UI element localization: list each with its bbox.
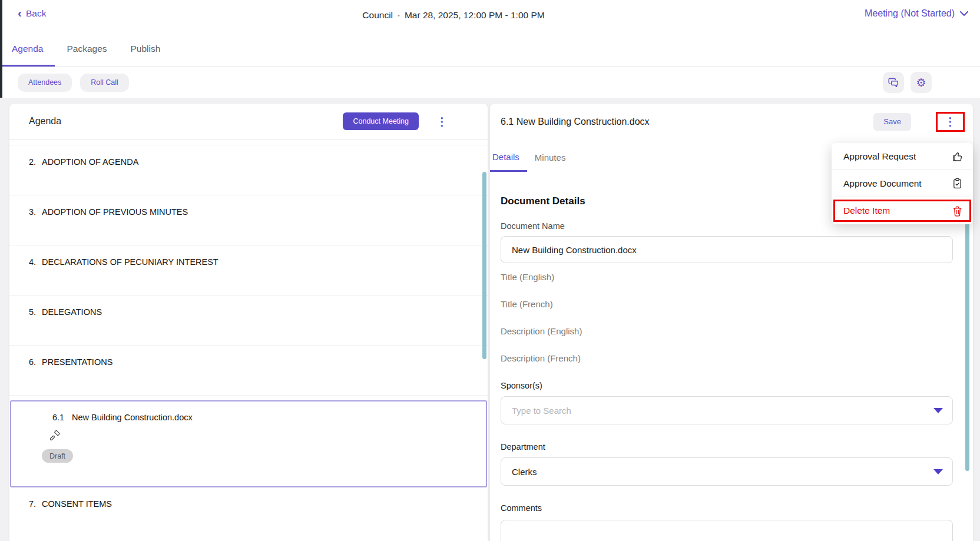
gavel-icon bbox=[49, 430, 61, 442]
tab-packages[interactable]: Packages bbox=[55, 31, 118, 67]
sponsors-label: Sponsor(s) bbox=[501, 381, 953, 390]
item-actions-menu: Approval Request Approve Document bbox=[832, 143, 973, 224]
meeting-status-dropdown[interactable]: Meeting (Not Started) bbox=[865, 8, 968, 19]
agenda-item-number: 7. bbox=[29, 499, 42, 509]
toolbar-icons: ⚙ bbox=[883, 72, 932, 93]
agenda-item-number: 6. bbox=[29, 357, 42, 395]
menu-item-approve-document[interactable]: Approve Document bbox=[832, 170, 973, 197]
agenda-item-7[interactable]: 7. CONSENT ITEMS bbox=[9, 487, 488, 509]
agenda-kebab-menu-icon[interactable]: ⋮ bbox=[434, 115, 450, 128]
agenda-item-6-1-selected[interactable]: 6.1 New Building Construction.docx Draft bbox=[10, 400, 487, 487]
main-tab-bar: Agenda Packages Publish bbox=[0, 31, 980, 67]
chevron-left-icon: ‹ bbox=[18, 9, 22, 17]
department-select[interactable]: Clerks bbox=[501, 457, 953, 486]
toolbar: Attendees Roll Call ⚙ bbox=[0, 67, 980, 98]
chevron-down-icon bbox=[960, 11, 968, 16]
settings-button[interactable]: ⚙ bbox=[911, 72, 932, 93]
title-english-field[interactable]: Title (English) bbox=[501, 272, 953, 282]
description-english-field[interactable]: Description (English) bbox=[501, 326, 953, 336]
document-name-input[interactable] bbox=[501, 236, 953, 263]
description-french-field[interactable]: Description (French) bbox=[501, 353, 953, 363]
agenda-item-number: 2. bbox=[29, 157, 42, 195]
app-window: ‹ Back Council • Mar 28, 2025, 12:00 PM … bbox=[0, 0, 980, 541]
title-french-field[interactable]: Title (French) bbox=[501, 299, 953, 309]
agenda-item-title: ADOPTION OF PREVIOUS MINUTES bbox=[42, 207, 188, 245]
menu-item-label: Delete Item bbox=[843, 205, 890, 216]
department-value: Clerks bbox=[512, 467, 537, 477]
content-area: Agenda Conduct Meeting ⋮ 2. ADOPTION OF … bbox=[0, 98, 980, 541]
agenda-item-4[interactable]: 4. DECLARATIONS OF PECUNIARY INTEREST bbox=[9, 245, 488, 296]
top-bar: ‹ Back Council • Mar 28, 2025, 12:00 PM … bbox=[0, 0, 980, 31]
breadcrumb: Council • Mar 28, 2025, 12:00 PM - 1:00 … bbox=[362, 10, 544, 21]
detail-panel-header: 6.1 New Building Construction.docx Save … bbox=[490, 104, 973, 140]
agenda-item-title: PRESENTATIONS bbox=[42, 357, 112, 395]
roll-call-button[interactable]: Roll Call bbox=[80, 74, 129, 92]
menu-item-approval-request[interactable]: Approval Request bbox=[832, 143, 973, 170]
document-title: 6.1 New Building Construction.docx bbox=[501, 117, 650, 127]
agenda-item-number: 3. bbox=[29, 207, 42, 245]
status-badge: Draft bbox=[42, 449, 73, 463]
document-details-form: Document Details Document Name Title (En… bbox=[490, 172, 973, 541]
dropdown-caret-icon bbox=[933, 469, 943, 474]
agenda-item-title: CONSENT ITEMS bbox=[42, 499, 112, 509]
agenda-item-title: New Building Construction.docx bbox=[72, 413, 193, 422]
agenda-scrollbar[interactable] bbox=[482, 172, 486, 359]
kebab-highlight-box: ⋮ bbox=[936, 112, 965, 132]
meeting-datetime: Mar 28, 2025, 12:00 PM - 1:00 PM bbox=[405, 10, 545, 21]
meeting-status-label: Meeting (Not Started) bbox=[865, 8, 955, 19]
back-button[interactable]: ‹ Back bbox=[18, 8, 46, 19]
agenda-list-sliver bbox=[9, 140, 488, 145]
agenda-item-number: 6.1 bbox=[52, 413, 72, 422]
comments-icon bbox=[887, 76, 900, 89]
settings-gear-icon: ⚙ bbox=[916, 76, 926, 89]
dropdown-caret-icon bbox=[933, 408, 943, 413]
agenda-item-title: DELEGATIONS bbox=[42, 307, 102, 345]
agenda-panel-header: Agenda Conduct Meeting ⋮ bbox=[9, 104, 488, 140]
agenda-item-6[interactable]: 6. PRESENTATIONS bbox=[9, 346, 488, 396]
meeting-group: Council bbox=[362, 10, 393, 21]
department-label: Department bbox=[501, 442, 953, 452]
tab-agenda[interactable]: Agenda bbox=[0, 31, 55, 67]
agenda-item-title: ADOPTION OF AGENDA bbox=[42, 157, 138, 195]
clipboard-check-icon bbox=[951, 177, 964, 190]
sponsors-select[interactable]: Type to Search bbox=[501, 396, 953, 424]
comments-label: Comments bbox=[501, 503, 953, 513]
window-left-edge bbox=[0, 0, 2, 98]
agenda-item-5[interactable]: 5. DELEGATIONS bbox=[9, 296, 488, 346]
thumbs-up-icon bbox=[951, 150, 964, 162]
tab-details[interactable]: Details bbox=[490, 143, 527, 172]
conduct-meeting-button[interactable]: Conduct Meeting bbox=[343, 112, 419, 130]
agenda-item-title: DECLARATIONS OF PECUNIARY INTEREST bbox=[42, 257, 218, 295]
agenda-item-2[interactable]: 2. ADOPTION OF AGENDA bbox=[9, 145, 488, 195]
back-label: Back bbox=[26, 8, 46, 19]
menu-item-label: Approve Document bbox=[843, 178, 922, 189]
comments-button[interactable] bbox=[883, 72, 904, 93]
menu-item-label: Approval Request bbox=[843, 151, 916, 162]
comments-textarea[interactable] bbox=[501, 520, 953, 541]
tab-minutes[interactable]: Minutes bbox=[527, 143, 574, 172]
sponsors-placeholder: Type to Search bbox=[512, 406, 571, 416]
menu-item-delete-item[interactable]: Delete Item bbox=[832, 197, 973, 224]
agenda-panel: Agenda Conduct Meeting ⋮ 2. ADOPTION OF … bbox=[9, 104, 488, 541]
agenda-item-number: 5. bbox=[29, 307, 42, 345]
attendees-button[interactable]: Attendees bbox=[18, 74, 72, 92]
agenda-item-number: 4. bbox=[29, 257, 42, 295]
trash-icon bbox=[951, 205, 964, 217]
bullet-separator: • bbox=[398, 12, 400, 19]
save-button[interactable]: Save bbox=[873, 113, 911, 131]
document-kebab-menu-icon[interactable]: ⋮ bbox=[942, 115, 958, 128]
agenda-item-3[interactable]: 3. ADOPTION OF PREVIOUS MINUTES bbox=[9, 195, 488, 245]
tab-publish[interactable]: Publish bbox=[119, 31, 173, 67]
agenda-panel-title: Agenda bbox=[29, 116, 61, 127]
